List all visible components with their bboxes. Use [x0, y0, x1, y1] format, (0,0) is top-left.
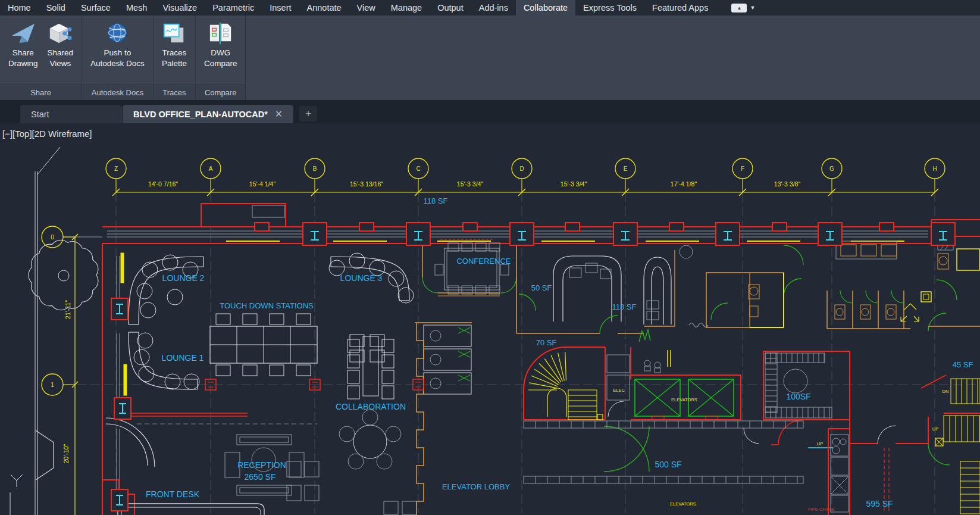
button-label: Palette: [162, 58, 187, 69]
plan-linework: ZABCDEFGH14'-0 7/16"15'-4 1/4"15'-3 13/1…: [10, 147, 980, 515]
svg-text:D: D: [519, 166, 524, 172]
ribbon-group-autodesk-docs: Push to Autodesk Docs Autodesk Docs: [82, 15, 154, 100]
svg-text:A: A: [209, 166, 213, 172]
close-icon[interactable]: ✕: [275, 108, 283, 120]
ribbon-tab-annotate[interactable]: Annotate: [299, 0, 349, 15]
menubar-tabs: HomeSolidSurfaceMeshVisualizeParametricI…: [0, 0, 716, 15]
room-label: 70 SF: [536, 338, 557, 347]
ribbon-minimize-button[interactable]: ▲: [731, 4, 747, 13]
room-label: 2650 SF: [245, 472, 276, 482]
ribbon-group-share: Share Drawing Shared Views Share: [0, 15, 82, 100]
button-label: DWG: [211, 48, 230, 58]
drawing-canvas[interactable]: [−][Top][2D Wireframe] ZABCDEFGH14'-0 7/…: [0, 123, 980, 515]
button-label: Share: [12, 48, 34, 58]
svg-text:15'-3 3/4": 15'-3 3/4": [457, 180, 484, 188]
ribbon-tab-insert[interactable]: Insert: [262, 0, 299, 15]
svg-text:21'-11": 21'-11": [64, 300, 71, 319]
button-label: Traces: [162, 48, 187, 58]
ribbon-group-compare: DWG Compare Compare: [196, 15, 246, 100]
ribbon-group-label: Share: [0, 85, 82, 100]
ribbon-tab-add-ins[interactable]: Add-ins: [471, 0, 516, 15]
tiny-label: ELEVATORS: [671, 397, 697, 402]
room-label: LOUNGE 2: [162, 273, 205, 283]
ribbon-display-control: ▲ ▼: [725, 0, 761, 15]
ribbon-tab-surface[interactable]: Surface: [73, 0, 118, 15]
svg-text:C: C: [416, 166, 420, 172]
ribbon-tab-featured-apps[interactable]: Featured Apps: [644, 0, 716, 15]
tab-label: BLVD OFFICE_PLAN-AUTOCAD*: [133, 110, 268, 119]
traces-palette-icon: [162, 21, 187, 46]
svg-text:F: F: [741, 166, 744, 172]
tiny-label: DN: [943, 389, 949, 394]
svg-text:H: H: [932, 166, 937, 172]
button-label: Views: [49, 58, 71, 69]
ribbon-group-traces: Traces Palette Traces: [154, 15, 196, 100]
tiny-label: ELEVATORS: [670, 501, 696, 507]
room-label: 118 SF: [612, 302, 637, 311]
svg-text:13'-3 3/8": 13'-3 3/8": [774, 180, 801, 188]
tiny-label: UP: [817, 441, 823, 447]
svg-text:15'-4 1/4": 15'-4 1/4": [249, 180, 276, 188]
share-drawing-button[interactable]: Share Drawing: [6, 20, 40, 70]
chevron-down-icon[interactable]: ▼: [750, 5, 755, 11]
room-label: 595 SF: [866, 499, 893, 508]
traces-palette-button[interactable]: Traces Palette: [159, 20, 189, 70]
room-label: 50 SF: [531, 283, 552, 292]
svg-text:0: 0: [51, 234, 54, 241]
room-label: 118 SF: [424, 196, 448, 205]
svg-text:E: E: [624, 166, 628, 172]
shared-views-button[interactable]: Shared Views: [45, 20, 76, 70]
dwg-compare-icon: [208, 21, 233, 46]
tab-drawing-active[interactable]: BLVD OFFICE_PLAN-AUTOCAD* ✕: [123, 105, 293, 123]
ribbon-group-label: Autodesk Docs: [82, 85, 153, 100]
new-tab-button[interactable]: +: [299, 106, 317, 121]
button-label: Push to: [104, 48, 131, 58]
viewport-controls[interactable]: [−][Top][2D Wireframe]: [2, 129, 92, 139]
push-to-autodesk-docs-icon: [105, 21, 130, 46]
room-label: COLLABORATION: [336, 402, 406, 411]
tab-start[interactable]: Start: [20, 105, 122, 123]
room-label: 100SF: [786, 392, 810, 401]
ribbon-tab-manage[interactable]: Manage: [383, 0, 430, 15]
svg-text:14'-0 7/16": 14'-0 7/16": [148, 180, 178, 188]
tiny-label: PIPE CHASE: [807, 507, 834, 512]
ribbon: Share Drawing Shared Views Share: [0, 15, 980, 100]
menubar: HomeSolidSurfaceMeshVisualizeParametricI…: [0, 0, 980, 15]
room-label: LOUNGE 3: [340, 273, 383, 283]
svg-text:15'-3 13/16": 15'-3 13/16": [350, 180, 383, 188]
shared-views-icon: [48, 21, 73, 46]
ribbon-group-label: Traces: [154, 85, 195, 100]
file-tab-bar: Start BLVD OFFICE_PLAN-AUTOCAD* ✕ +: [0, 100, 980, 123]
room-label: RECEPTION: [237, 460, 286, 470]
share-drawing-icon: [11, 21, 36, 46]
ribbon-tab-home[interactable]: Home: [0, 0, 39, 15]
ribbon-tab-express-tools[interactable]: Express Tools: [575, 0, 644, 15]
floor-plan-svg[interactable]: ZABCDEFGH14'-0 7/16"15'-4 1/4"15'-3 13/1…: [0, 123, 980, 515]
svg-text:B: B: [313, 166, 317, 172]
svg-text:20'-10": 20'-10": [62, 444, 70, 463]
tiny-label: ELEC: [613, 388, 625, 393]
svg-text:17'-4 1/8": 17'-4 1/8": [671, 180, 697, 188]
button-label: Autodesk Docs: [90, 58, 145, 69]
room-label: ELEVATOR LOBBY: [442, 482, 510, 491]
button-label: Shared: [48, 48, 74, 58]
tab-label: Start: [31, 110, 49, 119]
room-label: TOUCH DOWN STATIONS: [220, 301, 314, 310]
svg-text:Z: Z: [114, 166, 118, 172]
room-label: LOUNGE 1: [162, 353, 204, 363]
tiny-label: UP: [932, 426, 938, 432]
svg-text:15'-3 3/4": 15'-3 3/4": [561, 180, 587, 188]
room-label: CONFERENCE: [456, 257, 511, 266]
ribbon-tab-visualize[interactable]: Visualize: [155, 0, 205, 15]
ribbon-tab-solid[interactable]: Solid: [39, 0, 73, 15]
ribbon-tab-output[interactable]: Output: [430, 0, 471, 15]
push-to-autodesk-docs-button[interactable]: Push to Autodesk Docs: [88, 20, 147, 70]
ribbon-tab-view[interactable]: View: [349, 0, 383, 15]
ribbon-tab-mesh[interactable]: Mesh: [118, 0, 155, 15]
room-label: 500 SF: [655, 460, 681, 469]
dwg-compare-button[interactable]: DWG Compare: [202, 20, 240, 70]
ribbon-tab-parametric[interactable]: Parametric: [205, 0, 262, 15]
ribbon-tab-collaborate[interactable]: Collaborate: [516, 0, 575, 15]
ribbon-group-label: Compare: [196, 85, 246, 100]
button-label: Compare: [204, 58, 237, 69]
